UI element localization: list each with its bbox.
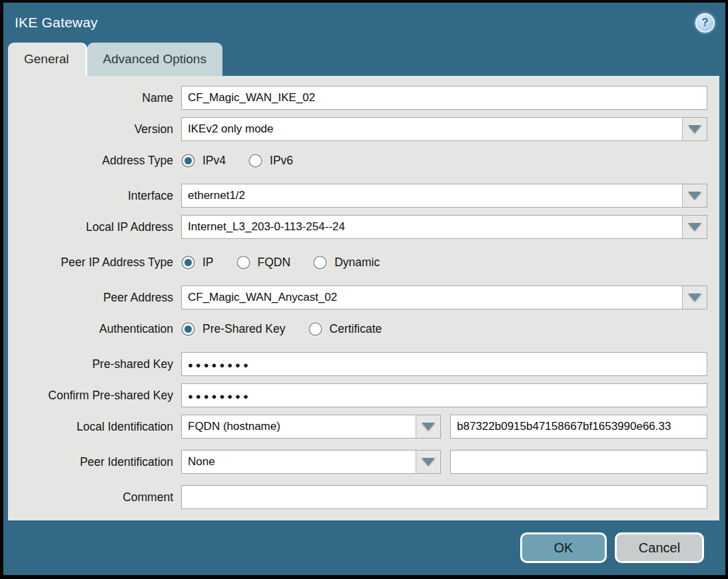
peer-identification-label: Peer Identification (8, 455, 181, 469)
form-row-version: Version (8, 117, 707, 141)
comment-input[interactable] (181, 485, 707, 509)
name-label: Name (8, 91, 181, 105)
tab-general[interactable]: General (8, 43, 85, 76)
form-row-local-ip: Local IP Address (8, 215, 707, 239)
local-ip-label: Local IP Address (8, 220, 181, 234)
name-input[interactable] (181, 86, 707, 110)
radio-option-fqdn[interactable]: FQDN (236, 256, 291, 270)
tab-bar: General Advanced Options (3, 43, 725, 76)
radio-ipv6-label: IPv6 (270, 154, 293, 168)
radio-fqdn[interactable] (236, 256, 250, 270)
chevron-down-icon (688, 223, 701, 231)
form-row-comment: Comment (8, 485, 707, 509)
form-row-address-type: Address Type IPv4 IPv6 (8, 148, 707, 172)
interface-label: Interface (8, 189, 181, 203)
local-identification-type-dropdown[interactable] (181, 415, 441, 439)
chevron-down-icon (688, 293, 701, 301)
cancel-button[interactable]: Cancel (615, 532, 704, 563)
radio-certificate[interactable] (308, 322, 322, 336)
radio-dynamic-label: Dynamic (334, 256, 380, 270)
form-row-name: Name (8, 86, 707, 110)
peer-ip-type-label: Peer IP Address Type (8, 256, 181, 270)
radio-ip-selected[interactable] (181, 256, 195, 270)
chevron-down-icon (422, 423, 435, 431)
comment-label: Comment (8, 490, 181, 504)
local-identification-type-input[interactable] (182, 415, 416, 438)
peer-identification-type-input[interactable] (182, 451, 416, 473)
authentication-label: Authentication (8, 322, 181, 336)
tab-advanced-options-label: Advanced Options (103, 52, 206, 67)
interface-input[interactable] (182, 184, 682, 207)
peer-address-dropdown[interactable] (181, 286, 707, 309)
ok-button[interactable]: OK (520, 532, 607, 563)
radio-option-certificate[interactable]: Certificate (308, 322, 382, 336)
address-type-label: Address Type (8, 154, 181, 168)
version-dropdown[interactable] (181, 117, 707, 141)
radio-option-ipv6[interactable]: IPv6 (248, 154, 293, 168)
local-identification-value-input[interactable] (450, 415, 707, 439)
peer-address-dropdown-button[interactable] (682, 286, 707, 309)
radio-fqdn-label: FQDN (258, 256, 291, 270)
version-input[interactable] (182, 118, 682, 140)
preshared-key-input[interactable] (181, 352, 707, 376)
form-row-preshared-key: Pre-shared Key (8, 352, 707, 376)
radio-option-ipv4[interactable]: IPv4 (181, 154, 226, 168)
radio-dynamic[interactable] (313, 256, 327, 270)
form-row-local-identification: Local Identification (8, 415, 707, 439)
radio-ipv6[interactable] (248, 154, 262, 168)
interface-dropdown-button[interactable] (682, 184, 707, 207)
dialog-title: IKE Gateway (15, 15, 98, 31)
confirm-preshared-key-input[interactable] (181, 383, 707, 407)
ike-gateway-dialog: IKE Gateway ? General Advanced Options N… (3, 3, 725, 575)
radio-pre-shared-key-label: Pre-Shared Key (202, 322, 286, 336)
chevron-down-icon (688, 192, 701, 200)
version-label: Version (8, 122, 181, 136)
form-row-peer-ip-type: Peer IP Address Type IP FQDN Dynamic (8, 250, 707, 274)
radio-pre-shared-key-selected[interactable] (181, 322, 195, 336)
form-row-peer-address: Peer Address (8, 286, 707, 309)
radio-certificate-label: Certificate (330, 322, 382, 336)
local-ip-dropdown-button[interactable] (682, 216, 707, 238)
interface-dropdown[interactable] (181, 184, 707, 208)
dialog-footer: OK Cancel (3, 520, 725, 575)
radio-ip-label: IP (202, 256, 214, 270)
radio-ipv4-label: IPv4 (202, 154, 226, 168)
peer-identification-value-input[interactable] (450, 450, 707, 474)
authentication-radio-group: Pre-Shared Key Certificate (181, 322, 382, 336)
radio-option-dynamic[interactable]: Dynamic (313, 256, 380, 270)
radio-option-pre-shared-key[interactable]: Pre-Shared Key (181, 322, 286, 336)
confirm-preshared-key-label: Confirm Pre-shared Key (8, 389, 181, 403)
help-icon[interactable]: ? (695, 13, 715, 33)
peer-address-label: Peer Address (8, 291, 181, 305)
radio-ipv4-selected[interactable] (181, 154, 195, 168)
general-tab-panel: Name Version Address Type (8, 76, 719, 520)
local-ip-dropdown[interactable] (181, 215, 707, 239)
local-ip-input[interactable] (182, 216, 682, 238)
form-row-confirm-preshared-key: Confirm Pre-shared Key (8, 383, 707, 407)
help-glyph: ? (701, 16, 708, 29)
peer-identification-dropdown-button[interactable] (416, 451, 440, 473)
tab-advanced-options[interactable]: Advanced Options (87, 43, 222, 76)
form-row-authentication: Authentication Pre-Shared Key Certificat… (8, 317, 707, 341)
chevron-down-icon (688, 125, 701, 133)
form-row-peer-identification: Peer Identification (8, 450, 707, 474)
local-identification-label: Local Identification (8, 420, 181, 434)
preshared-key-label: Pre-shared Key (8, 357, 181, 371)
peer-ip-type-radio-group: IP FQDN Dynamic (181, 256, 380, 270)
address-type-radio-group: IPv4 IPv6 (181, 154, 293, 168)
tab-general-label: General (24, 52, 69, 67)
form-row-interface: Interface (8, 184, 707, 208)
chevron-down-icon (422, 458, 435, 466)
version-dropdown-button[interactable] (682, 118, 707, 140)
local-identification-dropdown-button[interactable] (416, 415, 440, 438)
radio-option-ip[interactable]: IP (181, 256, 214, 270)
title-bar: IKE Gateway ? (3, 3, 725, 43)
peer-identification-type-dropdown[interactable] (181, 450, 441, 474)
peer-address-input[interactable] (182, 286, 682, 309)
